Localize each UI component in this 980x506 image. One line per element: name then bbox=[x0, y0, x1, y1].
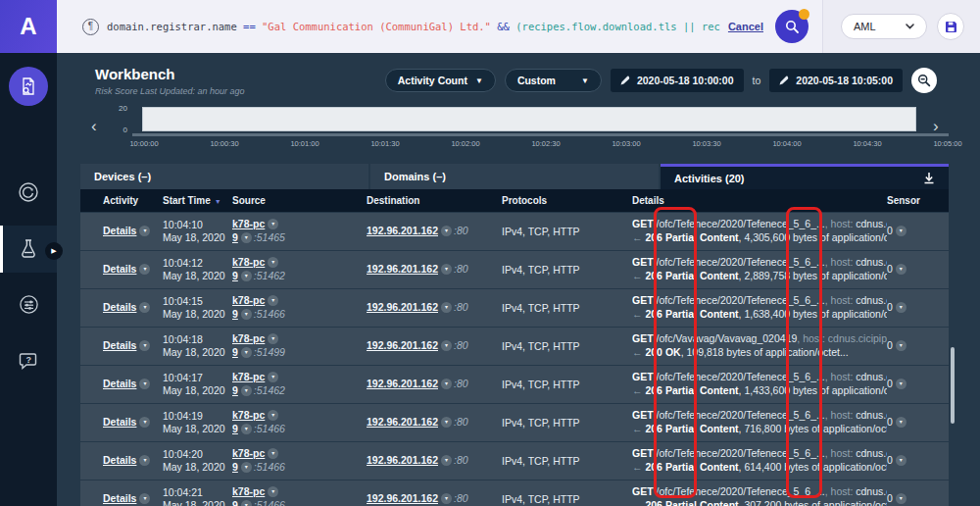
details-link[interactable]: Details bbox=[103, 339, 136, 351]
table-row[interactable]: Details▾ 10:04:18May 18, 2020 k78-pc▾ 9▾… bbox=[80, 328, 949, 365]
chevron-down-icon[interactable]: ▾ bbox=[896, 417, 906, 428]
chevron-down-icon[interactable]: ▾ bbox=[268, 486, 278, 497]
table-row[interactable]: Details▾ 10:04:10May 18, 2020 k78-pc▾ 9▾… bbox=[80, 213, 949, 250]
destination-ip-link[interactable]: 192.96.201.162 bbox=[367, 492, 438, 504]
chevron-down-icon[interactable]: ▾ bbox=[896, 226, 906, 236]
chevron-down-icon[interactable]: ▾ bbox=[896, 264, 906, 275]
date-to-input[interactable]: 2020-05-18 10:05:00 bbox=[769, 69, 903, 92]
table-row[interactable]: Details▾ 10:04:21May 18, 2020 k78-pc▾ 9▾… bbox=[80, 481, 949, 506]
source-host-link[interactable]: k78-pc bbox=[232, 447, 265, 459]
chevron-down-icon[interactable]: ▾ bbox=[139, 340, 150, 351]
metric-select[interactable]: Activity Count▼ bbox=[385, 69, 496, 92]
source-host-link[interactable]: 9 bbox=[232, 423, 238, 434]
destination-ip-link[interactable]: 192.96.201.162 bbox=[367, 225, 438, 236]
date-from-input[interactable]: 2020-05-18 10:00:00 bbox=[611, 69, 744, 92]
source-host-link[interactable]: k78-pc bbox=[232, 485, 265, 497]
chevron-down-icon[interactable]: ▾ bbox=[896, 493, 906, 504]
chevron-down-icon[interactable]: ▾ bbox=[896, 379, 906, 389]
source-host-link[interactable]: k78-pc bbox=[232, 409, 265, 421]
host-value[interactable]: cdnus.cicipip.com bbox=[856, 485, 887, 497]
chevron-down-icon[interactable]: ▾ bbox=[441, 226, 452, 236]
destination-ip-link[interactable]: 192.96.201.162 bbox=[367, 301, 438, 313]
chevron-down-icon[interactable]: ▾ bbox=[441, 379, 452, 389]
cancel-link[interactable]: Cancel bbox=[728, 21, 763, 32]
source-host-link[interactable]: k78-pc bbox=[232, 294, 265, 306]
chevron-down-icon[interactable]: ▾ bbox=[241, 462, 252, 473]
range-select[interactable]: Custom▼ bbox=[505, 69, 602, 92]
source-host-link[interactable]: k78-pc bbox=[232, 332, 265, 344]
destination-ip-link[interactable]: 192.96.201.162 bbox=[367, 263, 438, 275]
details-link[interactable]: Details bbox=[103, 225, 136, 236]
chevron-down-icon[interactable]: ▾ bbox=[441, 302, 452, 313]
chevron-down-icon[interactable]: ▾ bbox=[268, 219, 278, 229]
chevron-down-icon[interactable]: ▾ bbox=[441, 264, 452, 275]
download-icon[interactable] bbox=[923, 172, 935, 184]
chevron-down-icon[interactable]: ▾ bbox=[241, 271, 252, 281]
workspace-select[interactable]: AML bbox=[841, 14, 927, 39]
source-host-link[interactable]: 9 bbox=[232, 270, 238, 281]
host-value[interactable]: cdnus.cicipip.com bbox=[856, 409, 887, 421]
chevron-down-icon[interactable]: ▾ bbox=[139, 417, 150, 428]
source-host-link[interactable]: 9 bbox=[232, 384, 238, 396]
chevron-down-icon[interactable]: ▾ bbox=[241, 385, 252, 396]
nav-item-investigate[interactable] bbox=[0, 67, 57, 106]
chevron-down-icon[interactable]: ▾ bbox=[268, 448, 278, 459]
chevron-down-icon[interactable]: ▾ bbox=[896, 302, 906, 313]
details-link[interactable]: Details bbox=[103, 416, 136, 428]
source-host-link[interactable]: k78-pc bbox=[232, 371, 265, 382]
details-link[interactable]: Details bbox=[103, 454, 136, 466]
source-host-link[interactable]: 9 bbox=[232, 308, 238, 320]
source-host-link[interactable]: 9 bbox=[232, 461, 238, 473]
timeline-next-icon[interactable]: › bbox=[933, 117, 939, 136]
details-link[interactable]: Details bbox=[103, 301, 136, 313]
tab-activities[interactable]: Activities (20) bbox=[661, 164, 949, 189]
col-start-time[interactable]: Start Time▼ bbox=[163, 194, 232, 208]
table-row[interactable]: Details▾ 10:04:19May 18, 2020 k78-pc▾ 9▾… bbox=[80, 404, 949, 441]
table-row[interactable]: Details▾ 10:04:17May 18, 2020 k78-pc▾ 9▾… bbox=[80, 366, 949, 403]
zoom-out-button[interactable] bbox=[911, 68, 937, 93]
chevron-down-icon[interactable]: ▾ bbox=[139, 264, 150, 275]
query-input[interactable]: domain.registrar.name == "Gal Communicat… bbox=[107, 21, 720, 32]
host-value[interactable]: cdnus.cicipip.com bbox=[856, 294, 887, 306]
app-logo[interactable]: A bbox=[0, 0, 57, 53]
query-bar[interactable]: ¶ domain.registrar.name == "Gal Communic… bbox=[82, 19, 720, 35]
source-host-link[interactable]: 9 bbox=[232, 499, 238, 506]
chevron-down-icon[interactable]: ▾ bbox=[139, 226, 150, 236]
chevron-down-icon[interactable]: ▾ bbox=[241, 309, 252, 320]
details-link[interactable]: Details bbox=[103, 263, 136, 275]
chevron-down-icon[interactable]: ▾ bbox=[896, 455, 906, 466]
host-value[interactable]: cdnus.cicipip.com bbox=[828, 332, 887, 344]
chevron-down-icon[interactable]: ▾ bbox=[268, 410, 278, 421]
source-host-link[interactable]: 9 bbox=[232, 231, 238, 243]
chevron-down-icon[interactable]: ▾ bbox=[241, 232, 252, 243]
tab-devices[interactable]: Devices (–) bbox=[80, 164, 368, 189]
destination-ip-link[interactable]: 192.96.201.162 bbox=[367, 378, 438, 389]
chevron-down-icon[interactable]: ▾ bbox=[268, 372, 278, 382]
table-scrollbar[interactable] bbox=[951, 347, 955, 424]
chevron-down-icon[interactable]: ▾ bbox=[268, 333, 278, 344]
nav-item-detections[interactable] bbox=[0, 180, 57, 204]
source-host-link[interactable]: k78-pc bbox=[232, 256, 265, 268]
host-value[interactable]: cdnus.cicipip.com bbox=[856, 256, 887, 268]
chevron-down-icon[interactable]: ▾ bbox=[441, 340, 452, 351]
chevron-down-icon[interactable]: ▾ bbox=[896, 340, 906, 351]
timeline-brush-selection[interactable] bbox=[142, 107, 916, 131]
chevron-down-icon[interactable]: ▾ bbox=[139, 379, 150, 389]
source-host-link[interactable]: 9 bbox=[232, 346, 238, 358]
chevron-down-icon[interactable]: ▾ bbox=[139, 455, 150, 466]
chevron-down-icon[interactable]: ▾ bbox=[441, 455, 452, 466]
save-button[interactable] bbox=[937, 13, 964, 40]
details-link[interactable]: Details bbox=[103, 378, 136, 389]
table-row[interactable]: Details▾ 10:04:12May 18, 2020 k78-pc▾ 9▾… bbox=[80, 251, 949, 288]
timeline-prev-icon[interactable]: ‹ bbox=[91, 117, 97, 136]
chevron-down-icon[interactable]: ▾ bbox=[268, 295, 278, 306]
chevron-down-icon[interactable]: ▾ bbox=[241, 500, 252, 506]
table-row[interactable]: Details▾ 10:04:20May 18, 2020 k78-pc▾ 9▾… bbox=[80, 442, 949, 480]
host-value[interactable]: cdnus.cicipip.com bbox=[856, 371, 887, 382]
destination-ip-link[interactable]: 192.96.201.162 bbox=[367, 454, 438, 466]
chevron-down-icon[interactable]: ▾ bbox=[139, 302, 150, 313]
host-value[interactable]: cdnus.cicipip.com bbox=[856, 218, 887, 229]
table-row[interactable]: Details▾ 10:04:15May 18, 2020 k78-pc▾ 9▾… bbox=[80, 289, 949, 327]
destination-ip-link[interactable]: 192.96.201.162 bbox=[367, 339, 438, 351]
nav-item-tune[interactable] bbox=[0, 293, 57, 316]
